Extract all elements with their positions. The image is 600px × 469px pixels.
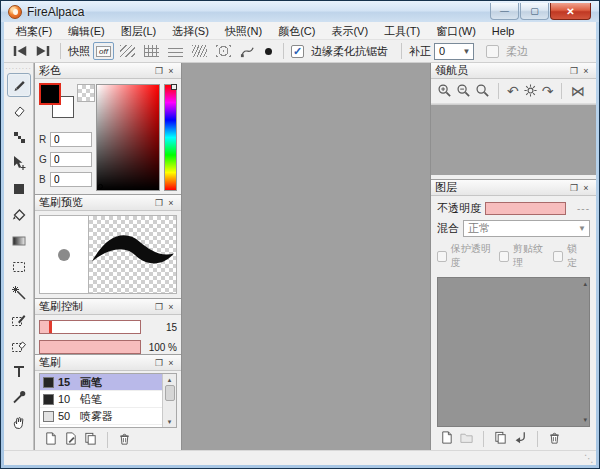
select-pen-tool-button[interactable] — [7, 307, 31, 331]
float-panel-icon[interactable]: ❐ — [153, 301, 165, 313]
clipping-checkbox[interactable] — [499, 251, 509, 262]
close-button[interactable]: ✕ — [550, 3, 591, 20]
brush-list-item[interactable]: 50 喷雾器 — [40, 408, 162, 425]
color-panel-header[interactable]: 彩色 ❐ × — [35, 63, 181, 79]
snap-grid-button[interactable] — [141, 42, 162, 60]
snap-concentric-button[interactable] — [213, 42, 234, 60]
minimize-button[interactable]: — — [490, 3, 519, 20]
menu-tools[interactable]: 工具(T) — [376, 22, 428, 40]
zoom-out-button[interactable] — [456, 83, 471, 100]
gradient-tool-button[interactable] — [7, 229, 31, 253]
brush-list-item[interactable]: 15 画笔 — [40, 374, 162, 391]
rotate-ccw-button[interactable]: ↶ — [507, 84, 519, 98]
layer-opacity-slider[interactable] — [485, 202, 566, 215]
navigator-header[interactable]: 领航员 ❐ × — [431, 63, 596, 79]
close-panel-icon[interactable]: × — [580, 65, 592, 77]
foreground-color-swatch[interactable] — [39, 83, 61, 105]
move-tool-button[interactable] — [7, 151, 31, 175]
scroll-down-icon[interactable]: ▾ — [583, 416, 587, 424]
brush-list-item[interactable]: 10 铅笔 — [40, 391, 162, 408]
edit-brush-button[interactable] — [63, 431, 78, 448]
copy-brush-button[interactable] — [83, 431, 98, 448]
float-panel-icon[interactable]: ❐ — [568, 182, 580, 194]
float-panel-icon[interactable]: ❐ — [153, 65, 165, 77]
close-panel-icon[interactable]: × — [580, 182, 592, 194]
resize-grip-icon[interactable]: ⋱ — [584, 454, 594, 464]
navigator-preview[interactable] — [431, 104, 596, 175]
menu-color[interactable]: 颜色(C) — [270, 22, 323, 40]
canvas-area[interactable]: ········ 彩色 ❐ × — [4, 63, 596, 450]
brush-size-handle[interactable] — [49, 321, 52, 333]
zoom-reset-button[interactable] — [475, 83, 490, 100]
menu-view[interactable]: 表示(V) — [323, 22, 376, 40]
b-input[interactable] — [50, 172, 92, 187]
brush-preview-header[interactable]: 笔刷预览 ❐ × — [35, 195, 181, 211]
bucket-tool-button[interactable] — [7, 203, 31, 227]
select-eraser-tool-button[interactable] — [7, 333, 31, 357]
float-panel-icon[interactable]: ❐ — [153, 197, 165, 209]
eraser-tool-button[interactable] — [7, 99, 31, 123]
protect-alpha-checkbox[interactable] — [437, 251, 447, 262]
eyedropper-tool-button[interactable] — [7, 385, 31, 409]
close-panel-icon[interactable]: × — [165, 301, 177, 313]
r-input[interactable] — [50, 132, 92, 147]
copy-layer-button[interactable] — [493, 430, 508, 447]
redo-button[interactable] — [33, 42, 53, 60]
scroll-up-icon[interactable]: ▴ — [168, 374, 172, 385]
fill-rect-tool-button[interactable] — [7, 177, 31, 201]
add-brush-button[interactable] — [43, 431, 58, 448]
add-layer-button[interactable] — [439, 430, 454, 447]
delete-layer-button[interactable] — [547, 430, 562, 447]
blend-mode-dropdown[interactable]: 正常 ▼ — [463, 220, 590, 237]
brush-list-scrollbar[interactable]: ▴ ▾ — [162, 374, 176, 427]
float-panel-icon[interactable]: ❐ — [153, 357, 165, 369]
delete-brush-button[interactable] — [117, 431, 132, 448]
pen-tool-button[interactable] — [7, 73, 31, 97]
scroll-up-icon[interactable]: ▴ — [583, 280, 587, 288]
rotate-reset-button[interactable] — [523, 83, 538, 100]
select-tool-button[interactable] — [7, 255, 31, 279]
float-panel-icon[interactable]: ❐ — [568, 65, 580, 77]
merge-layer-button[interactable] — [513, 430, 528, 447]
layers-list[interactable]: ▴ ▾ — [437, 277, 590, 427]
snap-curve-button[interactable] — [237, 42, 258, 60]
title-bar[interactable]: FireAlpaca — ▢ ✕ — [1, 1, 599, 22]
menu-layer[interactable]: 图层(L) — [113, 22, 164, 40]
hue-cursor[interactable] — [171, 84, 177, 90]
brush-list-item[interactable] — [40, 425, 162, 428]
menu-select[interactable]: 选择(S) — [164, 22, 217, 40]
sv-cursor[interactable] — [98, 184, 103, 189]
close-panel-icon[interactable]: × — [165, 357, 177, 369]
scroll-down-icon[interactable]: ▾ — [168, 416, 172, 427]
saturation-value-picker[interactable] — [96, 84, 161, 191]
menu-window[interactable]: 窗口(W) — [428, 22, 484, 40]
layers-header[interactable]: 图层 ❐ × — [431, 180, 596, 196]
snap-horizontal-button[interactable] — [165, 42, 186, 60]
snap-parallel-button[interactable] — [117, 42, 138, 60]
text-tool-button[interactable] — [7, 359, 31, 383]
lock-checkbox[interactable] — [553, 251, 563, 262]
menu-snap[interactable]: 快照(N) — [217, 22, 270, 40]
menu-edit[interactable]: 编辑(E) — [60, 22, 113, 40]
soft-edge-checkbox[interactable] — [486, 45, 499, 58]
transparent-color-swatch[interactable] — [77, 84, 95, 102]
g-input[interactable] — [50, 152, 92, 167]
palette-grip[interactable]: ········ — [5, 66, 32, 71]
magic-wand-tool-button[interactable] — [7, 281, 31, 305]
brush-control-header[interactable]: 笔刷控制 ❐ × — [35, 299, 181, 315]
undo-button[interactable] — [10, 42, 30, 60]
menu-help[interactable]: Help — [484, 22, 523, 40]
brush-list-header[interactable]: 笔刷 ❐ × — [35, 355, 181, 371]
brush-opacity-slider[interactable] — [39, 340, 141, 354]
scrollbar-thumb[interactable] — [165, 385, 175, 401]
hand-tool-button[interactable] — [7, 411, 31, 435]
antialias-checkbox[interactable]: ✓ — [291, 45, 304, 58]
rotate-cw-button[interactable]: ↷ — [542, 84, 554, 98]
correction-dropdown[interactable]: 0 ▼ — [434, 43, 474, 60]
close-panel-icon[interactable]: × — [165, 65, 177, 77]
zoom-in-button[interactable] — [437, 83, 452, 100]
dot-tool-button[interactable] — [7, 125, 31, 149]
close-panel-icon[interactable]: × — [165, 197, 177, 209]
maximize-button[interactable]: ▢ — [520, 3, 549, 20]
snap-vanishing-button[interactable] — [189, 42, 210, 60]
